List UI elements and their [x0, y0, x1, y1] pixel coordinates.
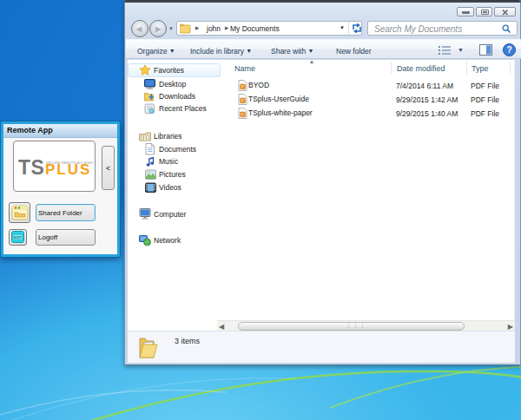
svg-text:EXIT: EXIT — [14, 235, 22, 240]
svg-text:?: ? — [506, 45, 511, 55]
svg-text:SECURE REMOTE ACCESS®: SECURE REMOTE ACCESS® — [46, 161, 94, 165]
